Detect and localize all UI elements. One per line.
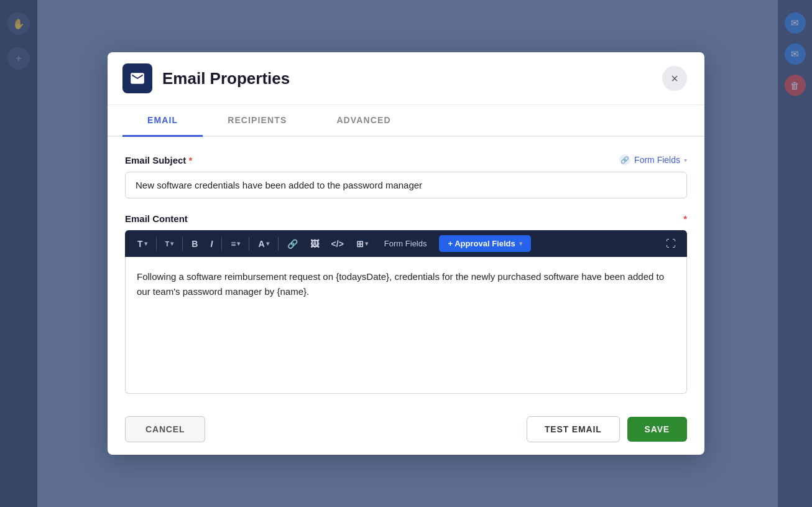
modal-overlay: Email Properties × EMAIL RECIPIENTS ADVA… bbox=[0, 0, 812, 507]
expand-button[interactable]: ⛶ bbox=[662, 236, 680, 252]
content-section: Email Content* T ▾ T ▾ B I bbox=[125, 213, 687, 394]
font-color-button[interactable]: A ▾ bbox=[253, 236, 274, 252]
approval-fields-button[interactable]: + Approval Fields ▾ bbox=[439, 235, 530, 252]
table-button[interactable]: ⊞ ▾ bbox=[351, 236, 373, 252]
form-fields-toolbar-button[interactable]: Form Fields bbox=[378, 236, 433, 251]
toolbar-divider-3 bbox=[221, 237, 222, 251]
cancel-button[interactable]: CANCEL bbox=[125, 416, 205, 442]
email-properties-modal: Email Properties × EMAIL RECIPIENTS ADVA… bbox=[108, 52, 704, 455]
test-email-button[interactable]: TEST EMAIL bbox=[527, 416, 620, 442]
tab-email[interactable]: EMAIL bbox=[122, 105, 203, 137]
align-button[interactable]: ≡ ▾ bbox=[226, 236, 245, 252]
modal-header-icon-box bbox=[122, 63, 152, 93]
chevron-icon-5: ▾ bbox=[365, 240, 368, 247]
modal-body: Email Subject* 🔗 Form Fields ▾ Email Con… bbox=[108, 137, 704, 394]
code-button[interactable]: </> bbox=[326, 236, 349, 252]
tab-recipients[interactable]: RECIPIENTS bbox=[203, 105, 311, 137]
editor-content-text: Following a software reimbursement reque… bbox=[137, 271, 664, 297]
link-button[interactable]: 🔗 bbox=[282, 236, 303, 252]
chevron-down-icon: ▾ bbox=[684, 157, 687, 164]
editor-toolbar: T ▾ T ▾ B I ≡ ▾ bbox=[125, 230, 687, 257]
image-button[interactable]: 🖼 bbox=[305, 236, 324, 252]
close-button[interactable]: × bbox=[662, 66, 687, 91]
text-style-button[interactable]: T ▾ bbox=[132, 236, 152, 252]
modal-title: Email Properties bbox=[162, 69, 290, 88]
italic-button[interactable]: I bbox=[205, 236, 218, 252]
chevron-icon-3: ▾ bbox=[237, 240, 240, 247]
email-subject-input[interactable] bbox=[125, 172, 687, 198]
save-button[interactable]: SAVE bbox=[627, 417, 687, 442]
tab-advanced[interactable]: ADVANCED bbox=[311, 105, 415, 137]
toolbar-divider-1 bbox=[156, 237, 157, 251]
subject-label-text: Email Subject* bbox=[125, 155, 192, 165]
chevron-icon-1: ▾ bbox=[144, 240, 147, 247]
modal-footer: CANCEL TEST EMAIL SAVE bbox=[108, 404, 704, 455]
modal-header: Email Properties × bbox=[108, 52, 704, 105]
chevron-icon-2: ▾ bbox=[170, 240, 173, 247]
toolbar-divider-4 bbox=[249, 237, 249, 251]
toolbar-divider-5 bbox=[278, 237, 279, 251]
editor-content[interactable]: Following a software reimbursement reque… bbox=[125, 257, 687, 394]
link-icon: 🔗 bbox=[619, 154, 630, 165]
footer-right: TEST EMAIL SAVE bbox=[527, 416, 687, 442]
chevron-icon-4: ▾ bbox=[266, 240, 269, 247]
form-fields-button[interactable]: 🔗 Form Fields ▾ bbox=[619, 154, 687, 165]
subject-field-label: Email Subject* 🔗 Form Fields ▾ bbox=[125, 154, 687, 165]
email-icon bbox=[129, 70, 145, 86]
bold-button[interactable]: B bbox=[187, 236, 203, 252]
modal-tabs: EMAIL RECIPIENTS ADVANCED bbox=[108, 105, 704, 137]
approval-chevron-icon: ▾ bbox=[519, 240, 522, 247]
content-field-label: Email Content* bbox=[125, 213, 687, 224]
text-size-button[interactable]: T ▾ bbox=[160, 237, 179, 251]
modal-header-left: Email Properties bbox=[122, 63, 290, 93]
toolbar-divider-2 bbox=[182, 237, 183, 251]
